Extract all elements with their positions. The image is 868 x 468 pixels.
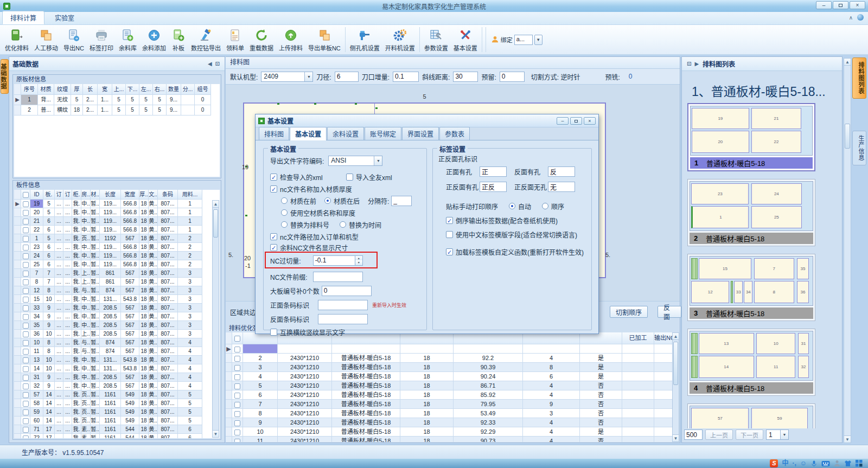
table-row[interactable]: 52430*1210普通板材-暖白5-181886.714否 [226, 381, 672, 390]
table-row[interactable]: 62430*1210普通板材-暖白5-181885.924否 [226, 390, 672, 400]
row-checkbox[interactable] [234, 420, 240, 426]
table-row[interactable]: 92430*1210普通板材-暖白5-181892.334否 [226, 418, 672, 427]
toolbar-button-export-nc[interactable]: 导出NC [61, 25, 87, 54]
nesting-thumbnail[interactable]: 192120221普通板材-暖白5-18 [687, 103, 815, 171]
table-row[interactable]: ▶1背...无纹52...1...55559...0 [14, 95, 220, 105]
chevron-down-icon[interactable]: ▼ [374, 156, 382, 165]
row-checkbox[interactable] [23, 331, 29, 337]
results-table[interactable]: 已加工输出NC▶22430*1210普通板材-暖白5-181892.24是324… [226, 332, 672, 442]
row-checkbox[interactable] [23, 271, 29, 277]
person-icon[interactable] [834, 460, 840, 467]
table-row[interactable]: 1410......我.中..暂..131...543.818黄..807...… [14, 364, 220, 373]
scroll-up-icon[interactable]: ▲ [213, 201, 219, 208]
emoji-icon[interactable]: ☺ [800, 459, 807, 467]
back-hole-input[interactable] [548, 166, 575, 177]
dialog-tab-nesting[interactable]: 排料图 [259, 127, 289, 140]
row-checkbox[interactable] [23, 418, 29, 424]
results-scrollbar[interactable]: ▲ ▼ [672, 332, 679, 442]
scroll-down-icon[interactable]: ▼ [844, 435, 851, 443]
table-row[interactable]: 87......我.上..暂..86156718黄..807...3 [14, 278, 220, 286]
toolbar-button-side-drill[interactable]: 侧孔机设置 [347, 25, 382, 54]
thumbnail-caption[interactable]: 1普通板材-暖白5-18 [690, 157, 813, 169]
table-row[interactable]: 339......我.中..暂..208.556718黄..807...3 [14, 304, 220, 312]
row-checkbox[interactable] [23, 340, 29, 346]
toolbar-button-picking-list[interactable]: 领料单 [224, 25, 247, 54]
table-row[interactable]: ID板.订订柜.房..材..长度宽度厚..文..条码用料... [14, 190, 220, 200]
table-row[interactable]: 7217......我.素..暂..116154418黄..807...6 [14, 434, 220, 438]
kerf-input[interactable] [393, 72, 419, 82]
toolbar-button-cutting-machine[interactable]: 开料机设置 [382, 25, 418, 54]
row-checkbox[interactable] [23, 392, 29, 398]
overcut-input[interactable] [313, 255, 355, 266]
mat-back-radio[interactable] [324, 197, 331, 204]
empty-mat-radio[interactable] [281, 209, 288, 216]
close-button[interactable]: × [850, 1, 865, 9]
back-side-button[interactable]: 反面 [658, 306, 681, 318]
table-row[interactable]: 1310......我.中..暂..131...543.818黄..807...… [14, 356, 220, 364]
row-checkbox[interactable] [234, 393, 240, 399]
row-checkbox[interactable] [23, 435, 29, 438]
punctuation-icon[interactable]: ·, [792, 459, 796, 467]
row-checkbox[interactable] [23, 288, 29, 294]
front-code-input[interactable] [318, 300, 368, 310]
surplus-size-checkbox[interactable] [270, 244, 277, 251]
row-checkbox[interactable] [23, 262, 29, 268]
row-checkbox[interactable] [234, 402, 240, 408]
slash-input[interactable] [453, 72, 478, 82]
sogou-logo-icon[interactable]: S [770, 459, 778, 467]
toolbar-button-surplus-add[interactable]: 余料添加 [139, 25, 169, 54]
minimize-button[interactable]: – [816, 1, 832, 9]
mic-icon[interactable] [810, 460, 818, 467]
scroll-down-icon[interactable]: ▼ [673, 434, 679, 441]
row-checkbox[interactable] [234, 365, 240, 371]
thumbnail-caption[interactable]: 2普通板材-暖白5-18 [690, 233, 813, 244]
bind-account-combo[interactable]: a... [514, 35, 533, 45]
dialog-titlebar[interactable]: 基本设置 – × [256, 114, 598, 127]
table-row[interactable]: 3610......我.上..暂..208.556718黄..807...3 [14, 330, 220, 338]
seq-radio[interactable] [542, 203, 548, 209]
check-xml-checkbox[interactable] [270, 174, 277, 181]
dialog-tab-account[interactable]: 账号绑定 [365, 127, 401, 140]
help-icon[interactable] [857, 14, 864, 21]
reverse-label-checkbox[interactable] [446, 217, 453, 224]
collapse-panel-icon[interactable]: ◀ [206, 61, 214, 67]
table-row[interactable]: ▶195......我.中..暂..119...566.818黄..807...… [14, 200, 220, 208]
row-checkbox[interactable] [23, 236, 29, 242]
pad-zero-input[interactable] [322, 286, 372, 296]
toolbar-button-label-print[interactable]: 标签打印 [87, 25, 116, 54]
dialog-restore-button[interactable] [570, 117, 582, 125]
dialog-tab-surplus[interactable]: 余料设置 [327, 127, 364, 140]
table-row[interactable]: 6014......我.页..暂..116154918黄..807...5 [14, 416, 220, 425]
dialog-tab-basic[interactable]: 基本设置 [290, 127, 327, 140]
chevron-down-icon[interactable]: ▼ [304, 72, 312, 81]
scroll-up-icon[interactable]: ▲ [844, 59, 851, 66]
row-checkbox[interactable] [23, 201, 29, 207]
dialog-minimize-button[interactable]: – [557, 117, 569, 125]
dialog-tab-params[interactable]: 参数表 [439, 127, 470, 140]
row-checkbox[interactable] [234, 411, 240, 417]
reserve-input[interactable] [500, 72, 525, 82]
table-row[interactable]: 102430*1210普通板材-暖白5-181892.294是 [226, 427, 672, 437]
nesting-thumbnail[interactable]: 1310311411324普通板材-暖白5-18 [687, 329, 815, 396]
toolbar-button-manual-move[interactable]: 人工移动 [31, 25, 61, 54]
table-row[interactable]: 32430*1210普通板材-暖白5-181890.398是 [226, 363, 672, 372]
shirt-icon[interactable] [844, 460, 852, 467]
dialog-close-button[interactable]: × [584, 117, 596, 125]
back-code-input[interactable] [318, 314, 368, 324]
table-row[interactable]: 22430*1210普通板材-暖白5-181892.24是 [226, 354, 672, 363]
table-row[interactable]: 118......我.与..暂..87456718黄..807...4 [14, 347, 220, 356]
nesting-thumbnail[interactable]: 57595860 [687, 403, 815, 428]
toolbar-button-export-single-nc[interactable]: 导出单板NC [305, 25, 343, 54]
table-row[interactable]: 2普...横纹182...1...55559...0 [14, 105, 220, 116]
table-row[interactable]: 359......我.中..暂..208.556718黄..807...3 [14, 321, 220, 330]
table-row[interactable]: 72430*1210普通板材-暖白5-181879.959否 [226, 400, 672, 409]
expand-icon[interactable]: ▶ [693, 61, 700, 67]
thumbnail-caption[interactable]: 4普通板材-暖白5-18 [690, 382, 813, 394]
table-row[interactable]: 1510......我.中..暂..131...543.818黄..807...… [14, 295, 220, 304]
raw-sheet-table[interactable]: 序号材质纹理厚长宽上...下...左...右...数量分...组号▶1背...无… [14, 84, 220, 177]
table-row[interactable]: 216......我.中..暂..119...566.818黄..807...1 [14, 217, 220, 226]
bind-dropdown-button[interactable]: ▼ [534, 35, 542, 45]
table-row[interactable]: 5714......我.页..暂..116154918黄..807...5 [14, 390, 220, 399]
scroll-down-icon[interactable]: ▼ [213, 430, 219, 437]
table-row[interactable]: 236......我.中..暂..119...566.818黄..807...2 [14, 243, 220, 252]
